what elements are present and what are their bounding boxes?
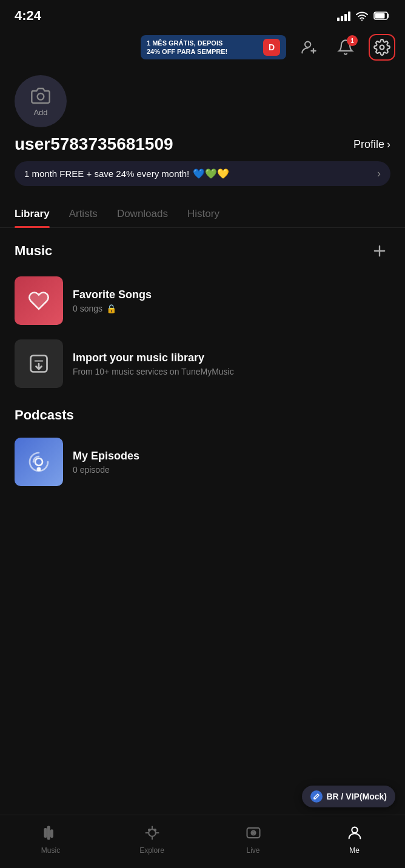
promo-message: 1 month FREE + save 24% every month! — [24, 169, 189, 179]
heart-icon — [28, 290, 50, 312]
tab-artists[interactable]: Artists — [69, 201, 98, 227]
favorite-songs-title: Favorite Songs — [73, 289, 390, 301]
promo-emojis: 💙💚💛 — [193, 168, 229, 179]
podcasts-section-title: Podcasts — [15, 407, 74, 423]
avatar-area[interactable]: Add — [15, 75, 67, 127]
music-section-header: Music — [0, 228, 405, 269]
vip-edit-icon — [310, 790, 323, 803]
nav-item-me[interactable]: Me — [304, 824, 405, 855]
username: user5783735681509 — [15, 135, 173, 154]
ad-badge-icon: D — [263, 39, 280, 56]
settings-gear-icon — [373, 39, 390, 56]
nav-music-icon — [42, 824, 59, 844]
list-item[interactable]: Import your music library From 10+ music… — [0, 332, 405, 395]
svg-rect-2 — [375, 13, 385, 19]
svg-point-19 — [252, 832, 254, 833]
nav-item-live[interactable]: Live — [202, 824, 304, 855]
svg-point-20 — [352, 827, 357, 832]
promo-text: 1 month FREE + save 24% every month! 💙💚💛 — [24, 168, 229, 179]
nav-me-label: Me — [349, 846, 360, 855]
camera-icon — [31, 86, 50, 105]
top-header: 1 MÊS GRÁTIS, DEPOIS24% OFF PARA SEMPRE!… — [0, 29, 405, 65]
svg-point-3 — [305, 42, 310, 47]
podcast-icon — [28, 451, 50, 473]
avatar[interactable]: Add — [15, 75, 67, 127]
status-time: 4:24 — [15, 8, 41, 24]
tab-history[interactable]: History — [187, 201, 219, 227]
username-profile-row: user5783735681509 Profile › — [15, 135, 390, 154]
status-bar: 4:24 — [0, 0, 405, 29]
promo-chevron-icon: › — [377, 167, 381, 180]
svg-point-15 — [148, 829, 150, 830]
import-library-info: Import your music library From 10+ music… — [73, 352, 390, 376]
nav-item-music[interactable]: Music — [0, 824, 101, 855]
import-library-thumbnail — [15, 339, 63, 388]
nav-live-icon — [245, 824, 262, 844]
profile-link-label: Profile — [353, 138, 384, 151]
svg-point-0 — [361, 19, 363, 21]
nav-live-label: Live — [246, 846, 259, 855]
tabs-row: Library Artists Downloads History — [0, 201, 405, 228]
plus-icon — [371, 242, 388, 259]
podcasts-section-header: Podcasts — [0, 395, 405, 430]
profile-section: Add user5783735681509 Profile › 1 month … — [0, 65, 405, 191]
lock-icon: 🔒 — [106, 304, 116, 313]
nav-me-icon — [346, 824, 363, 844]
profile-link[interactable]: Profile › — [353, 138, 390, 151]
content-area: Music Favorite Songs 0 songs 🔒 — [0, 228, 405, 554]
list-item[interactable]: My Episodes 0 episode — [0, 430, 405, 493]
pencil-icon — [313, 793, 320, 800]
add-friend-button[interactable] — [296, 34, 323, 61]
my-episodes-info: My Episodes 0 episode — [73, 450, 390, 475]
settings-button[interactable] — [369, 34, 395, 61]
nav-item-explore[interactable]: Explore — [101, 824, 202, 855]
ad-text: 1 MÊS GRÁTIS, DEPOIS24% OFF PARA SEMPRE! — [147, 39, 259, 56]
wifi-icon — [355, 10, 369, 21]
add-friend-icon — [301, 39, 318, 56]
svg-rect-13 — [51, 830, 53, 837]
favorite-songs-info: Favorite Songs 0 songs 🔒 — [73, 289, 390, 313]
music-add-button[interactable] — [369, 240, 390, 262]
import-library-title: Import your music library — [73, 352, 390, 364]
tab-downloads[interactable]: Downloads — [117, 201, 168, 227]
my-episodes-subtitle: 0 episode — [73, 465, 390, 475]
nav-explore-label: Explore — [139, 846, 164, 855]
import-icon — [28, 353, 50, 375]
my-episodes-thumbnail — [15, 438, 63, 486]
svg-point-4 — [380, 45, 384, 50]
svg-point-16 — [154, 829, 156, 830]
favorite-songs-thumbnail — [15, 276, 63, 325]
promo-banner[interactable]: 1 month FREE + save 24% every month! 💙💚💛… — [15, 161, 390, 186]
notifications-button[interactable]: 1 — [332, 34, 359, 61]
svg-point-9 — [35, 458, 42, 466]
bottom-nav: Music Explore Live — [0, 815, 405, 868]
status-icons — [337, 10, 390, 21]
list-item[interactable]: Favorite Songs 0 songs 🔒 — [0, 269, 405, 332]
vip-badge-label: BR / VIP(Mock) — [326, 792, 387, 801]
import-library-subtitle: From 10+ music services on TuneMyMusic — [73, 367, 390, 376]
svg-rect-11 — [44, 829, 46, 837]
svg-point-10 — [38, 468, 41, 471]
svg-rect-12 — [47, 826, 49, 839]
profile-top: Add — [15, 75, 390, 127]
vip-badge[interactable]: BR / VIP(Mock) — [302, 786, 395, 807]
avatar-add-label: Add — [33, 108, 47, 117]
favorite-songs-subtitle: 0 songs 🔒 — [73, 304, 390, 313]
notification-count: 1 — [347, 35, 358, 46]
tab-library[interactable]: Library — [15, 201, 50, 227]
svg-point-5 — [38, 93, 44, 100]
battery-icon — [373, 11, 390, 21]
chevron-right-icon: › — [387, 138, 390, 151]
ad-banner[interactable]: 1 MÊS GRÁTIS, DEPOIS24% OFF PARA SEMPRE!… — [141, 35, 286, 60]
music-section-title: Music — [15, 243, 52, 259]
my-episodes-title: My Episodes — [73, 450, 390, 462]
signal-icon — [337, 10, 350, 21]
nav-music-label: Music — [41, 846, 60, 855]
nav-explore-icon — [144, 824, 161, 844]
